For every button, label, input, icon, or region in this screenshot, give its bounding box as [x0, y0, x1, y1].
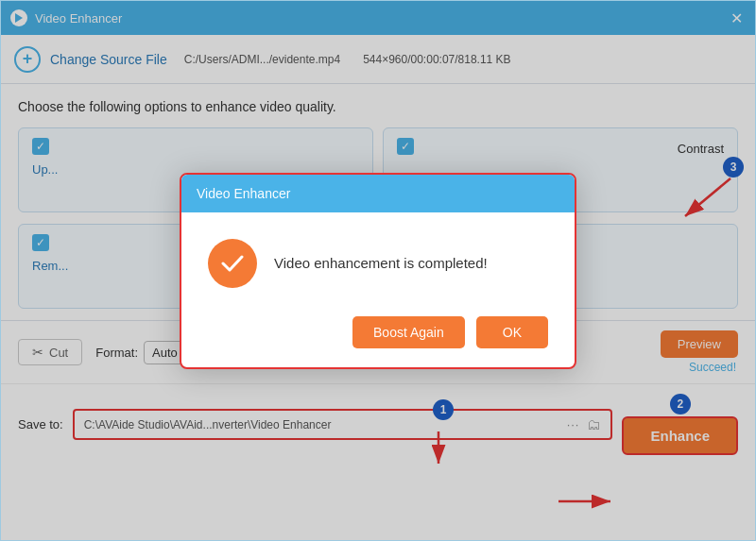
modal-header: Video Enhancer [181, 175, 575, 212]
modal-message: Video enhancement is completed! [274, 255, 488, 271]
modal-title: Video Enhancer [197, 186, 290, 201]
modal-overlay: Video Enhancer Video enhancement is comp… [1, 1, 755, 540]
modal-body: Video enhancement is completed! [181, 212, 575, 307]
modal-dialog: Video Enhancer Video enhancement is comp… [180, 173, 576, 369]
app-window: Video Enhancer ✕ + Change Source File C:… [0, 0, 756, 541]
success-icon [208, 239, 257, 288]
modal-footer: Boost Again OK [181, 307, 575, 367]
ok-button[interactable]: OK [476, 316, 548, 348]
boost-again-button[interactable]: Boost Again [352, 316, 465, 348]
